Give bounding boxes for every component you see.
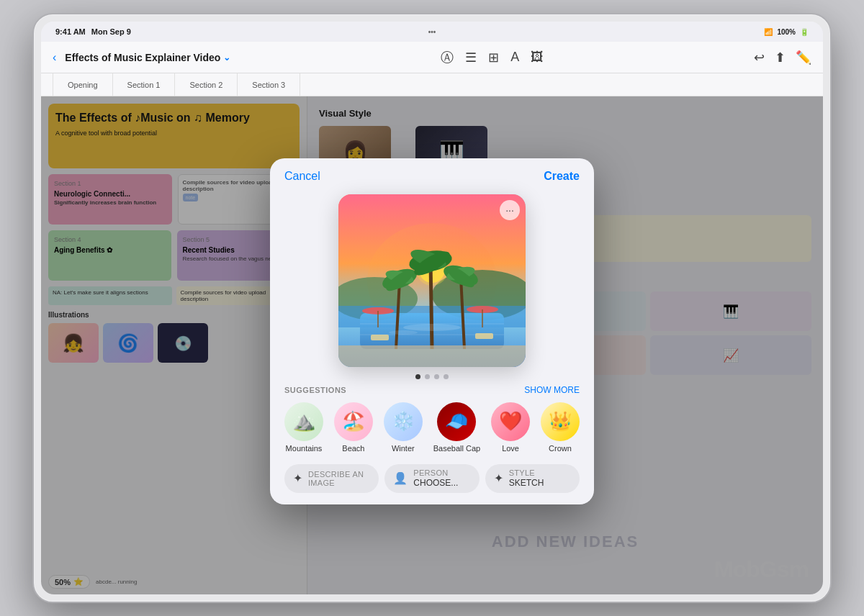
tab-opening[interactable]: Opening: [53, 73, 113, 96]
beach-icon: 🏖️: [334, 402, 373, 441]
wifi-icon: 📶: [764, 28, 773, 36]
tab-section3[interactable]: Section 3: [238, 73, 300, 96]
date: Mon Sep 9: [91, 27, 131, 36]
undo-icon[interactable]: ↩: [754, 50, 765, 65]
svg-rect-28: [338, 345, 526, 367]
describe-label: DESCRIBE AN IMAGE: [308, 470, 370, 487]
winter-label: Winter: [392, 444, 415, 453]
baseball-cap-icon: 🧢: [437, 402, 476, 441]
suggestions-grid: ⛰️ Mountains 🏖️ Beach ❄️ Winter: [284, 402, 580, 453]
modal-header: Cancel Create: [270, 158, 594, 183]
outline-icon[interactable]: ☰: [465, 50, 477, 65]
status-bar-left: 9:41 AM Mon Sep 9: [55, 27, 131, 36]
svg-rect-29: [371, 335, 389, 340]
back-button[interactable]: ‹: [53, 51, 56, 64]
dot-3[interactable]: [434, 374, 439, 379]
svg-point-27: [389, 330, 418, 335]
mountains-label: Mountains: [286, 444, 323, 453]
section-tabs: Opening Section 1 Section 2 Section 3: [41, 73, 823, 96]
describe-input[interactable]: ✦ DESCRIBE AN IMAGE: [284, 464, 379, 493]
more-button[interactable]: ···: [500, 200, 520, 220]
dot-1[interactable]: [415, 374, 420, 379]
suggestion-mountains[interactable]: ⛰️ Mountains: [284, 402, 323, 453]
love-icon: ❤️: [491, 402, 530, 441]
describe-icon: ✦: [293, 471, 302, 485]
preview-dots: [415, 374, 449, 379]
create-button[interactable]: Create: [544, 170, 580, 183]
person-input[interactable]: 👤 PERSON CHOOSE...: [384, 464, 479, 493]
svg-point-26: [403, 324, 461, 331]
style-icon: ✦: [494, 471, 503, 485]
status-bar-dots: •••: [428, 28, 436, 36]
title-chevron-icon[interactable]: ⌄: [223, 53, 230, 63]
ipad-frame: 9:41 AM Mon Sep 9 ••• 📶 100% 🔋 ‹ Effects…: [32, 13, 832, 603]
beach-label: Beach: [342, 444, 364, 453]
style-input[interactable]: ✦ STYLE SKETCH: [485, 464, 580, 493]
suggestions-label: SUGGESTIONS: [284, 386, 346, 394]
time: 9:41 AM: [55, 27, 86, 36]
dot-2[interactable]: [425, 374, 430, 379]
svg-rect-30: [475, 333, 493, 339]
person-label: PERSON: [413, 468, 458, 477]
image-preview: ···: [338, 194, 526, 367]
baseball-cap-label: Baseball Cap: [433, 444, 480, 453]
person-icon: 👤: [393, 471, 408, 485]
suggestion-crown[interactable]: 👑 Crown: [541, 402, 580, 453]
style-value: SKETCH: [509, 478, 544, 488]
toolbar-icons: Ⓐ ☰ ⊞ A 🖼: [441, 49, 544, 66]
document-title: Effects of Music Explainer Video ⌄: [65, 52, 230, 63]
battery-icon: 🔋: [800, 28, 809, 36]
cancel-button[interactable]: Cancel: [284, 170, 320, 183]
image-icon[interactable]: 🖼: [531, 50, 544, 65]
toolbar-right-icons: ↩ ⬆ ✏️: [754, 50, 811, 65]
tab-section2[interactable]: Section 2: [175, 73, 238, 96]
share-icon[interactable]: ⬆: [775, 50, 786, 65]
suggestion-baseball-cap[interactable]: 🧢 Baseball Cap: [433, 402, 480, 453]
input-row: ✦ DESCRIBE AN IMAGE 👤 PERSON CHOOSE... ✦: [270, 458, 594, 504]
svg-line-22: [431, 263, 432, 349]
status-bar-right: 📶 100% 🔋: [764, 28, 809, 36]
winter-icon: ❄️: [384, 402, 423, 441]
mountains-icon: ⛰️: [284, 402, 323, 441]
love-label: Love: [502, 444, 519, 453]
edit-icon[interactable]: ✏️: [796, 50, 811, 65]
main-content: The Effects of ♪Music on ♫ MemoryA cogni…: [41, 96, 823, 594]
toolbar: ‹ Effects of Music Explainer Video ⌄ Ⓐ ☰…: [41, 42, 823, 73]
person-value: CHOOSE...: [413, 478, 458, 488]
tab-section1[interactable]: Section 1: [113, 73, 176, 96]
status-bar: 9:41 AM Mon Sep 9 ••• 📶 100% 🔋: [41, 22, 823, 42]
suggestion-winter[interactable]: ❄️ Winter: [384, 402, 423, 453]
suggestions-section: SUGGESTIONS SHOW MORE ⛰️ Mountains 🏖️ Be…: [270, 385, 594, 458]
show-more-button[interactable]: SHOW MORE: [524, 385, 580, 395]
assistant-icon[interactable]: Ⓐ: [441, 49, 454, 66]
suggestions-header: SUGGESTIONS SHOW MORE: [284, 385, 580, 395]
ipad-screen: 9:41 AM Mon Sep 9 ••• 📶 100% 🔋 ‹ Effects…: [41, 22, 823, 594]
suggestion-love[interactable]: ❤️ Love: [491, 402, 530, 453]
crown-icon: 👑: [541, 402, 580, 441]
crown-label: Crown: [549, 444, 572, 453]
modal-overlay: Cancel Create: [41, 96, 823, 594]
style-label: STYLE: [509, 468, 544, 477]
slides-icon[interactable]: ⊞: [488, 50, 499, 65]
battery: 100%: [777, 28, 796, 36]
image-generation-modal: Cancel Create: [270, 158, 594, 504]
modal-image-container: ···: [270, 183, 594, 385]
text-icon[interactable]: A: [510, 50, 519, 65]
dot-4[interactable]: [444, 374, 449, 379]
suggestion-beach[interactable]: 🏖️ Beach: [334, 402, 373, 453]
